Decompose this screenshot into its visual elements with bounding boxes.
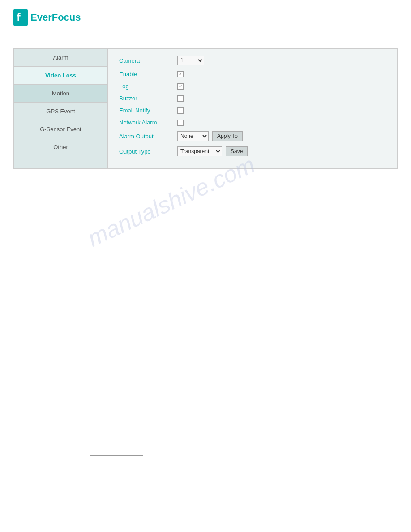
buzzer-label: Buzzer bbox=[119, 95, 177, 102]
logo-focus: Focus bbox=[52, 12, 81, 23]
panel: Alarm Video Loss Motion GPS Event G-Sens… bbox=[13, 48, 398, 169]
apply-to-button[interactable]: Apply To bbox=[212, 131, 243, 141]
alarm-output-select[interactable]: None bbox=[177, 131, 209, 141]
output-type-control: Transparent Save bbox=[177, 146, 248, 156]
log-control: ✓ bbox=[177, 83, 184, 90]
sidebar-item-motion[interactable]: Motion bbox=[14, 85, 107, 103]
sidebar-item-gps-event-label: GPS Event bbox=[46, 108, 75, 115]
email-notify-row: Email Notify bbox=[119, 107, 386, 114]
sidebar-item-other-label: Other bbox=[53, 144, 68, 150]
output-type-row: Output Type Transparent Save bbox=[119, 146, 386, 156]
footer-line-1 bbox=[90, 438, 143, 438]
logo: f EverFocus bbox=[13, 9, 398, 26]
email-notify-checkbox[interactable] bbox=[177, 107, 184, 114]
enable-row: Enable ✓ bbox=[119, 71, 386, 77]
save-button[interactable]: Save bbox=[226, 146, 248, 156]
network-alarm-row: Network Alarm bbox=[119, 119, 386, 126]
footer-line-4 bbox=[90, 464, 170, 464]
output-type-label: Output Type bbox=[119, 148, 177, 155]
buzzer-control bbox=[177, 95, 184, 102]
camera-control: 1 2 3 4 bbox=[177, 56, 204, 65]
enable-checkbox[interactable]: ✓ bbox=[177, 71, 184, 77]
camera-label: Camera bbox=[119, 57, 177, 64]
network-alarm-control bbox=[177, 120, 184, 126]
alarm-output-label: Alarm Output bbox=[119, 133, 177, 140]
logo-ever: Ever bbox=[30, 12, 52, 23]
sidebar-item-motion-label: Motion bbox=[52, 90, 69, 97]
alarm-output-row: Alarm Output None Apply To bbox=[119, 131, 386, 141]
sidebar-item-other[interactable]: Other bbox=[14, 138, 107, 156]
camera-select[interactable]: 1 2 3 4 bbox=[177, 56, 204, 65]
footer-line-2 bbox=[90, 446, 161, 446]
everfocus-logo-icon: f bbox=[13, 9, 28, 26]
sidebar-item-g-sensor-event-label: G-Sensor Event bbox=[40, 126, 81, 133]
footer-line-3 bbox=[90, 455, 143, 456]
main-content: Alarm Video Loss Motion GPS Event G-Sens… bbox=[0, 35, 411, 532]
sidebar-item-video-loss-label: Video Loss bbox=[45, 72, 76, 79]
footer-links bbox=[13, 438, 398, 464]
enable-label: Enable bbox=[119, 71, 177, 77]
network-alarm-label: Network Alarm bbox=[119, 119, 177, 126]
sidebar-item-g-sensor-event[interactable]: G-Sensor Event bbox=[14, 120, 107, 138]
log-row: Log ✓ bbox=[119, 83, 386, 90]
sidebar-item-gps-event[interactable]: GPS Event bbox=[14, 103, 107, 120]
email-notify-label: Email Notify bbox=[119, 107, 177, 114]
buzzer-checkbox[interactable] bbox=[177, 95, 184, 102]
logo-text: EverFocus bbox=[30, 12, 81, 23]
header: f EverFocus bbox=[0, 0, 411, 35]
sidebar-item-video-loss[interactable]: Video Loss bbox=[14, 67, 107, 85]
buzzer-row: Buzzer bbox=[119, 95, 386, 102]
email-notify-control bbox=[177, 107, 184, 114]
svg-rect-0 bbox=[13, 9, 28, 26]
log-checkbox[interactable]: ✓ bbox=[177, 83, 184, 90]
sidebar: Alarm Video Loss Motion GPS Event G-Sens… bbox=[14, 49, 108, 168]
network-alarm-checkbox[interactable] bbox=[177, 120, 184, 126]
enable-control: ✓ bbox=[177, 71, 184, 77]
camera-row: Camera 1 2 3 4 bbox=[119, 56, 386, 65]
output-type-select[interactable]: Transparent bbox=[177, 146, 222, 156]
log-label: Log bbox=[119, 83, 177, 90]
sidebar-item-alarm-label: Alarm bbox=[53, 54, 68, 61]
svg-text:f: f bbox=[17, 11, 21, 24]
alarm-output-control: None Apply To bbox=[177, 131, 243, 141]
content-area: Camera 1 2 3 4 Enable ✓ bbox=[108, 49, 397, 168]
sidebar-item-alarm[interactable]: Alarm bbox=[14, 49, 107, 67]
